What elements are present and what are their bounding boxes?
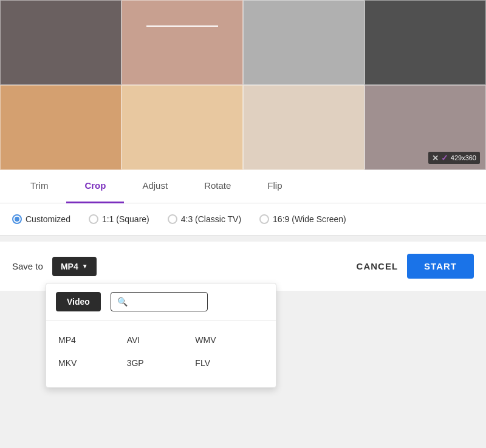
tab-crop[interactable]: Crop [66, 170, 124, 203]
grid-cell [0, 85, 122, 170]
video-preview: ✕ ✓ 429x360 [0, 0, 486, 170]
grid-cell [0, 0, 122, 85]
tab-flip[interactable]: Flip [249, 170, 300, 203]
grid-cell [122, 85, 243, 170]
grid-cell [122, 0, 243, 85]
grid-cell [243, 85, 364, 170]
radio-square[interactable]: 1:1 (Square) [89, 214, 149, 224]
radio-circle-classic [168, 214, 177, 224]
format-wmv[interactable]: WMV [195, 330, 264, 350]
format-button[interactable]: MP4 ▼ [52, 257, 97, 276]
grid-cell [364, 0, 486, 85]
format-dropdown: Video 🔍 MP4 AVI WMV MKV 3GP FLV [46, 283, 276, 388]
tabs-bar: Trim Crop Adjust Rotate Flip [0, 170, 486, 203]
format-search-input[interactable] [131, 297, 204, 307]
radio-customized[interactable]: Customized [12, 214, 70, 224]
radio-classic[interactable]: 4:3 (Classic TV) [168, 214, 241, 224]
crop-cancel-icon[interactable]: ✕ [432, 154, 439, 163]
divider [46, 320, 276, 321]
crop-confirm-icon[interactable]: ✓ [441, 153, 448, 163]
dropdown-header: Video 🔍 [46, 283, 276, 320]
format-avi[interactable]: AVI [127, 330, 196, 350]
start-button[interactable]: START [407, 254, 474, 279]
radio-widescreen[interactable]: 16:9 (Wide Screen) [259, 214, 346, 224]
format-grid: MP4 AVI WMV MKV 3GP FLV [46, 328, 276, 375]
grid-cell [243, 0, 364, 85]
format-3gp[interactable]: 3GP [127, 353, 196, 373]
tab-trim[interactable]: Trim [12, 170, 66, 203]
action-bar: Save to MP4 ▼ CANCEL START Video 🔍 MP4 A… [0, 242, 486, 291]
format-flv[interactable]: FLV [195, 353, 264, 373]
radio-circle-customized [12, 214, 22, 224]
save-to-label: Save to [12, 261, 43, 271]
crop-grid [0, 0, 486, 170]
tab-adjust[interactable]: Adjust [124, 170, 186, 203]
search-icon: 🔍 [117, 297, 128, 307]
crop-size-label: 429x360 [451, 154, 476, 161]
search-box: 🔍 [111, 292, 208, 311]
radio-circle-square [89, 214, 98, 224]
format-mkv[interactable]: MKV [58, 353, 127, 373]
tab-rotate[interactable]: Rotate [186, 170, 249, 203]
video-tab-button[interactable]: Video [56, 292, 101, 311]
radio-circle-widescreen [259, 214, 269, 224]
dropdown-arrow-icon: ▼ [82, 263, 88, 270]
cancel-button[interactable]: CANCEL [357, 261, 399, 271]
radio-bar: Customized 1:1 (Square) 4:3 (Classic TV)… [0, 203, 486, 236]
format-mp4[interactable]: MP4 [58, 330, 127, 350]
crop-indicator: ✕ ✓ 429x360 [428, 152, 480, 164]
